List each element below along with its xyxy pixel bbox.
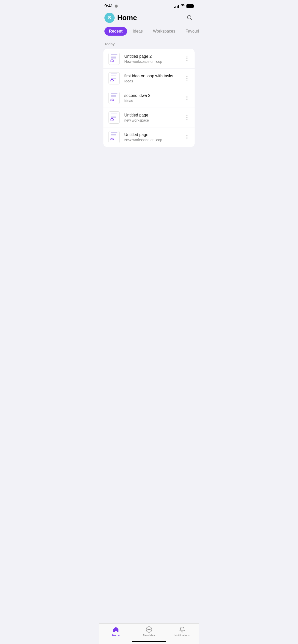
list-item[interactable]: second idwa 2 Ideas: [103, 88, 195, 108]
item-text: Untitled page new workspace: [124, 113, 184, 122]
tabs-bar: Recent Ideas Workspaces Favourites: [99, 26, 199, 40]
list-item[interactable]: Untitled page New workspace on loop: [103, 127, 195, 147]
content-area: Today Untitled page 2 New workspace on l…: [99, 40, 199, 172]
item-more-button[interactable]: [184, 54, 189, 63]
item-icon: [109, 111, 121, 124]
item-icon: [109, 53, 121, 65]
loop-logo-icon: [110, 59, 114, 64]
item-text: second idwa 2 Ideas: [124, 93, 184, 103]
header: S Home: [99, 11, 199, 26]
item-icon: [109, 131, 121, 143]
svg-line-1: [191, 19, 192, 20]
item-name: Untitled page: [124, 113, 184, 118]
list-item[interactable]: Untitled page new workspace: [103, 108, 195, 127]
status-bar: 9:41: [99, 0, 199, 11]
tab-workspaces[interactable]: Workspaces: [148, 27, 180, 36]
list-item[interactable]: first idea on loop with tasks Ideas: [103, 69, 195, 88]
loop-logo-icon: [110, 98, 114, 103]
search-icon: [186, 14, 193, 21]
tab-recent[interactable]: Recent: [104, 27, 127, 36]
item-more-button[interactable]: [184, 113, 189, 122]
item-name: first idea on loop with tasks: [124, 74, 184, 78]
section-today: Today: [99, 40, 199, 49]
item-more-button[interactable]: [184, 74, 189, 83]
item-icon: [109, 72, 121, 84]
item-more-button[interactable]: [184, 133, 189, 141]
status-dot: [115, 5, 118, 8]
item-subtitle: New workspace on loop: [124, 138, 184, 142]
page-title: Home: [117, 14, 137, 22]
items-list: Untitled page 2 New workspace on loop fi…: [103, 49, 195, 147]
loop-logo-icon: [110, 137, 114, 142]
wifi-icon: [180, 4, 185, 8]
loop-logo-icon: [110, 79, 114, 83]
item-subtitle: new workspace: [124, 118, 184, 122]
item-name: Untitled page: [124, 133, 184, 137]
item-name: Untitled page 2: [124, 54, 184, 59]
item-icon: [109, 92, 121, 104]
tab-favourites[interactable]: Favourites: [181, 27, 199, 36]
item-subtitle: New workspace on loop: [124, 60, 184, 64]
loop-logo-icon: [110, 118, 114, 122]
item-more-button[interactable]: [184, 94, 189, 102]
item-name: second idwa 2: [124, 93, 184, 98]
tab-ideas[interactable]: Ideas: [128, 27, 147, 36]
list-item[interactable]: Untitled page 2 New workspace on loop: [103, 49, 195, 68]
signal-icon: [174, 4, 179, 8]
item-subtitle: Ideas: [124, 79, 184, 83]
svg-point-0: [187, 16, 191, 19]
avatar[interactable]: S: [104, 13, 115, 23]
status-icons: [174, 4, 194, 8]
item-subtitle: Ideas: [124, 99, 184, 103]
header-left: S Home: [104, 13, 137, 23]
battery-icon: [186, 4, 194, 8]
status-time: 9:41: [104, 4, 118, 9]
item-text: Untitled page New workspace on loop: [124, 133, 184, 142]
item-text: first idea on loop with tasks Ideas: [124, 74, 184, 83]
item-text: Untitled page 2 New workspace on loop: [124, 54, 184, 64]
search-button[interactable]: [185, 13, 194, 22]
